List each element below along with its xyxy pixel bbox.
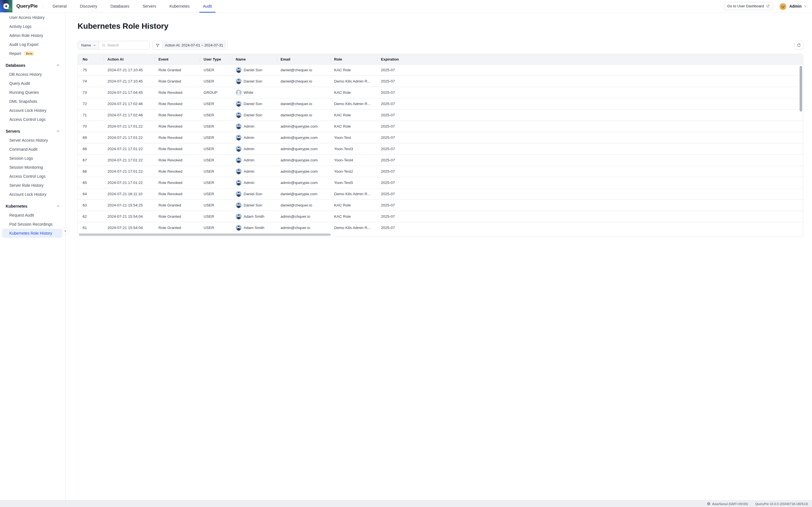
- user-name-label: Daniel Son: [244, 102, 262, 106]
- cell-expiration: 2025-07: [377, 169, 406, 173]
- search-field-label: Name: [81, 43, 91, 47]
- sidebar-item-label: Account Lock History: [9, 192, 47, 196]
- sidebar-item-account-lock-history[interactable]: Account Lock History: [0, 106, 65, 115]
- tab-kubernetes[interactable]: Kubernetes: [166, 0, 193, 12]
- cell-no: 61: [78, 226, 104, 230]
- cell-event: Role Granted: [155, 79, 200, 83]
- cell-action_at: 2024-07-21 17:02:46: [104, 113, 155, 117]
- sidebar-item-query-audit[interactable]: Query Audit: [0, 79, 65, 88]
- table-row[interactable]: 712024-07-21 17:02:46Role RevokedUSERDan…: [78, 110, 406, 121]
- table-row[interactable]: 702024-07-21 17:01:22Role RevokedUSERAdm…: [78, 121, 406, 132]
- cell-role: KAC Role: [331, 91, 377, 95]
- cell-event: Role Revoked: [155, 135, 200, 140]
- filter-button[interactable]: Action At: 2024-07-01 ~ 2024-07-31: [152, 41, 227, 50]
- cell-name: Daniel Son: [232, 202, 277, 208]
- cell-email: admin@querypie.com: [277, 147, 331, 151]
- sidebar-section-title: Kubernetes: [6, 204, 28, 209]
- sidebar-item-kubernetes-role-history[interactable]: Kubernetes Role History: [2, 229, 62, 238]
- cell-email: admin@querypie.com: [277, 158, 331, 162]
- table-row[interactable]: 672024-07-21 17:01:22Role RevokedUSERAdm…: [78, 155, 406, 166]
- search-field-select[interactable]: Name: [78, 41, 99, 49]
- user-avatar: [236, 135, 242, 140]
- table-row[interactable]: 612024-07-21 15:54:04Role GrantedUSERAda…: [78, 222, 406, 233]
- sidebar-item-server-role-history[interactable]: Server Role History: [0, 181, 65, 190]
- search-input[interactable]: [107, 43, 147, 47]
- table-row[interactable]: 682024-07-21 17:01:22Role RevokedUSERAdm…: [78, 144, 406, 155]
- sidebar-item-session-monitoring[interactable]: Session Monitoring: [0, 163, 65, 172]
- table-row[interactable]: 742024-07-21 17:10:45Role GrantedUSERDan…: [78, 76, 406, 87]
- cell-expiration: 2025-07: [377, 79, 406, 83]
- user-avatar: [236, 180, 242, 186]
- sidebar-item-report[interactable]: ReportBeta: [0, 49, 65, 58]
- page-title: Kubernetes Role History: [78, 22, 406, 31]
- sidebar-item-admin-role-history[interactable]: Admin Role History: [0, 31, 65, 40]
- sidebar-item-access-control-logs[interactable]: Access Control Logs: [0, 172, 65, 181]
- user-name-label: Admin: [244, 180, 254, 185]
- cell-event: Role Revoked: [155, 158, 200, 162]
- sidebar-collapse-button[interactable]: [62, 227, 69, 235]
- sidebar-item-session-logs[interactable]: Session Logs: [0, 154, 65, 163]
- tab-databases[interactable]: Databases: [107, 0, 133, 12]
- tab-general[interactable]: General: [49, 0, 70, 12]
- sidebar-item-account-lock-history[interactable]: Account Lock History: [0, 190, 65, 199]
- tab-discovery[interactable]: Discovery: [76, 0, 101, 12]
- cell-no: 66: [78, 169, 104, 173]
- cell-name: Daniel Son: [232, 112, 277, 118]
- sidebar-item-label: Session Logs: [9, 156, 33, 161]
- table-row[interactable]: 622024-07-21 15:54:04Role GrantedUSERAda…: [78, 211, 406, 222]
- querypie-logo-icon[interactable]: [0, 0, 12, 12]
- user-name-label: White: [244, 91, 253, 95]
- tab-servers[interactable]: Servers: [139, 0, 160, 12]
- sidebar-item-activity-logs[interactable]: Activity Logs: [0, 22, 65, 31]
- cell-email: admin@chquer.io: [277, 226, 331, 230]
- table-body: 752024-07-21 17:10:45Role GrantedUSERDan…: [78, 64, 406, 233]
- sidebar-item-db-access-history[interactable]: DB Access History: [0, 70, 65, 79]
- user-name-label: Admin: [244, 124, 254, 128]
- table-horizontal-scrollbar[interactable]: [79, 233, 331, 236]
- cell-expiration: 2025-07: [377, 124, 406, 128]
- table-row[interactable]: 722024-07-21 17:02:46Role RevokedUSERDan…: [78, 98, 406, 110]
- table-row[interactable]: 732024-07-21 17:04:45Role RevokedGROUPWh…: [78, 87, 406, 98]
- role-history-table: NoAction AtEventUser TypeNameEmailRoleEx…: [78, 54, 406, 237]
- cell-expiration: 2025-07: [377, 203, 406, 207]
- cell-expiration: 2025-07: [377, 68, 406, 72]
- sidebar-item-server-access-history[interactable]: Server Access History: [0, 136, 65, 145]
- cell-no: 71: [78, 113, 104, 117]
- cell-no: 64: [78, 192, 104, 196]
- cell-action_at: 2024-07-21 17:04:45: [104, 91, 155, 95]
- column-header-expiration: Expiration: [377, 54, 406, 64]
- cell-role: Yoon-Test: [331, 135, 377, 140]
- sidebar-item-label: Access Control Logs: [9, 174, 45, 179]
- filter-row: Name: [78, 41, 406, 50]
- table-header-row: NoAction AtEventUser TypeNameEmailRoleEx…: [78, 54, 406, 64]
- table-row[interactable]: 692024-07-21 17:01:22Role RevokedUSERAdm…: [78, 132, 406, 144]
- sidebar-item-audit-log-export[interactable]: Audit Log Export: [0, 40, 65, 49]
- sidebar-item-pod-session-recordings[interactable]: Pod Session Recordings: [0, 220, 65, 229]
- table-row[interactable]: 652024-07-21 17:01:22Role RevokedUSERAdm…: [78, 177, 406, 188]
- cell-event: Role Revoked: [155, 102, 200, 106]
- sidebar-section-servers[interactable]: Servers: [0, 127, 65, 136]
- sidebar-item-command-audit[interactable]: Command Audit: [0, 145, 65, 154]
- table-row[interactable]: 662024-07-21 17:01:22Role RevokedUSERAdm…: [78, 166, 406, 177]
- tab-audit[interactable]: Audit: [199, 0, 216, 12]
- sidebar-section-kubernetes[interactable]: Kubernetes: [0, 202, 65, 211]
- sidebar-item-label: DB Access History: [9, 72, 42, 76]
- topbar: QueryPie GeneralDiscoveryDatabasesServer…: [0, 0, 406, 12]
- table-row[interactable]: 642024-07-21 16:11:10Role RevokedUSERDan…: [78, 188, 406, 200]
- sidebar-item-user-access-history[interactable]: User Access History: [0, 13, 65, 22]
- sidebar-section-databases[interactable]: Databases: [0, 61, 65, 70]
- table-row[interactable]: 752024-07-21 17:10:45Role GrantedUSERDan…: [78, 64, 406, 76]
- search-combo: Name: [78, 41, 150, 50]
- cell-email: daniel@chequer.io: [277, 113, 331, 117]
- table-row[interactable]: 632024-07-21 15:54:25Role GrantedUSERDan…: [78, 200, 406, 211]
- sidebar-item-running-queries[interactable]: Running Queries: [0, 88, 65, 97]
- cell-user_type: USER: [200, 113, 232, 117]
- column-header-name: Name: [232, 54, 277, 64]
- user-avatar: [236, 225, 242, 231]
- sidebar-item-dml-snapshots[interactable]: DML Snapshots: [0, 97, 65, 106]
- cell-name: Daniel Son: [232, 191, 277, 197]
- cell-no: 75: [78, 68, 104, 72]
- sidebar-item-request-audit[interactable]: Request Audit: [0, 211, 65, 220]
- user-name-label: Daniel Son: [244, 113, 262, 117]
- sidebar-item-access-control-logs[interactable]: Access Control Logs: [0, 115, 65, 124]
